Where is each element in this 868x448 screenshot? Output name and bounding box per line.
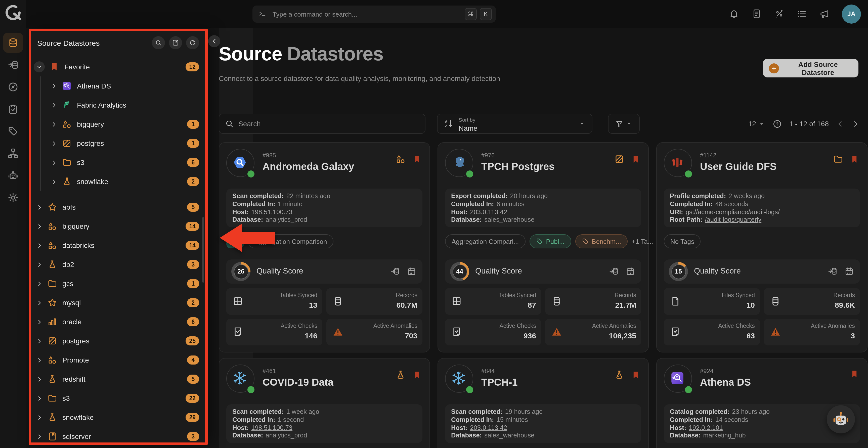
bookmark-icon[interactable] bbox=[631, 370, 640, 379]
sidebar-item-databricks[interactable]: databricks 14 bbox=[31, 236, 205, 255]
enrichment-icon[interactable] bbox=[828, 266, 837, 276]
next-page-button[interactable] bbox=[851, 120, 860, 128]
calendar-icon[interactable] bbox=[407, 266, 416, 276]
enrichment-icon[interactable] bbox=[609, 266, 619, 276]
chevron-right-icon[interactable] bbox=[36, 338, 43, 344]
tag-icon bbox=[7, 126, 19, 137]
host-link[interactable]: 203.0.113.42 bbox=[470, 424, 507, 431]
chevron-right-icon[interactable] bbox=[36, 395, 43, 402]
tree-bookmark-button[interactable] bbox=[169, 36, 182, 49]
chevron-right-icon[interactable] bbox=[36, 280, 43, 287]
sidebar-item-s3[interactable]: s3 22 bbox=[31, 389, 205, 408]
filter-dropdown[interactable] bbox=[608, 114, 640, 134]
sidebar-item-fabric-analytics[interactable]: Fabric Analytics bbox=[31, 96, 205, 115]
sidebar-item-bigquery[interactable]: bigquery 14 bbox=[31, 217, 205, 236]
rail-item-explore[interactable] bbox=[3, 77, 23, 97]
calendar-icon[interactable] bbox=[626, 266, 635, 276]
rail-item-settings[interactable] bbox=[3, 188, 23, 207]
chevron-right-icon[interactable] bbox=[36, 242, 43, 249]
chevron-right-icon[interactable] bbox=[51, 102, 57, 108]
bookmark-icon[interactable] bbox=[412, 370, 422, 379]
chevron-right-icon[interactable] bbox=[51, 159, 57, 166]
chevron-right-icon[interactable] bbox=[51, 83, 57, 89]
sidebar-item-s3-fav[interactable]: s3 6 bbox=[31, 153, 205, 172]
assistant-fab-button[interactable] bbox=[827, 405, 855, 434]
sidebar-item-gcs[interactable]: gcs 1 bbox=[31, 274, 205, 293]
no-tags-chip[interactable]: No Tags bbox=[664, 234, 701, 248]
sidebar-item-snowflake[interactable]: snowflake 29 bbox=[31, 408, 205, 427]
sidebar-item-bigquery-fav[interactable]: bigquery 1 bbox=[31, 115, 205, 134]
rail-item-assistant[interactable] bbox=[3, 165, 23, 186]
host-link[interactable]: 203.0.113.42 bbox=[470, 208, 507, 216]
datastore-id: #985 bbox=[262, 152, 276, 159]
prev-page-button[interactable] bbox=[836, 120, 844, 128]
chevron-right-icon[interactable] bbox=[36, 357, 43, 363]
sidebar-item-favorite[interactable]: Favorite 12 bbox=[31, 57, 205, 76]
rail-item-lineage[interactable] bbox=[3, 143, 23, 163]
chevron-right-icon[interactable] bbox=[36, 261, 43, 268]
sidebar-item-postgres[interactable]: postgres 25 bbox=[31, 331, 205, 350]
app-logo-icon[interactable] bbox=[4, 4, 22, 21]
tree-search-button[interactable] bbox=[152, 36, 165, 49]
datastore-card[interactable]: #461 COVID-19 Data Scan completed:1 week… bbox=[219, 358, 430, 448]
rail-item-enrichment[interactable] bbox=[3, 55, 23, 75]
more-tags[interactable]: +1 Ta... bbox=[632, 237, 653, 245]
team-badge[interactable]: B bbox=[226, 234, 244, 248]
datastore-card[interactable]: #976 TPCH Postgres Export completed:20 h… bbox=[437, 142, 649, 352]
sidebar-item-redshift[interactable]: redshift 5 bbox=[31, 370, 205, 389]
sidebar-item-snowflake-fav[interactable]: snowflake 2 bbox=[31, 172, 205, 191]
chevron-right-icon[interactable] bbox=[51, 140, 57, 147]
chevron-right-icon[interactable] bbox=[36, 299, 43, 306]
chevron-right-icon[interactable] bbox=[36, 376, 43, 382]
calendar-icon[interactable] bbox=[844, 266, 854, 276]
page-size-dropdown[interactable]: 12 bbox=[748, 120, 766, 128]
root-path-link[interactable]: /audit-logs/quarterly bbox=[705, 216, 762, 224]
datastore-card[interactable]: #985 Andromeda Galaxy Scan completed:22 … bbox=[219, 142, 430, 352]
chevron-down-icon[interactable] bbox=[34, 61, 45, 72]
host-link[interactable]: 192.0.2.101 bbox=[689, 424, 723, 431]
chevron-right-icon[interactable] bbox=[51, 121, 57, 127]
bookmark-icon[interactable] bbox=[850, 155, 859, 164]
help-icon[interactable]: ? bbox=[773, 119, 782, 128]
host-link[interactable]: 198.51.100.73 bbox=[251, 424, 292, 431]
tree-scrollbar[interactable] bbox=[202, 217, 204, 283]
datastore-card[interactable]: #924 Athena DS Catalog completed:23 hour… bbox=[656, 358, 868, 448]
chevron-right-icon[interactable] bbox=[36, 433, 43, 440]
chevron-right-icon[interactable] bbox=[36, 319, 43, 325]
sidebar-item-db2[interactable]: db2 3 bbox=[31, 255, 205, 274]
datastore-card[interactable]: #1142 User Guide DFS Profile completed:2… bbox=[656, 142, 868, 352]
sidebar-item-abfs[interactable]: abfs 5 bbox=[31, 198, 205, 217]
tag-chip-public[interactable]: Publ... bbox=[529, 234, 571, 248]
sidebar-item-mysql[interactable]: mysql 2 bbox=[31, 293, 205, 312]
sidebar-item-sqlserver[interactable]: sqlserver 3 bbox=[31, 427, 205, 443]
rail-item-checks[interactable] bbox=[3, 99, 23, 119]
tag-chip-benchmark[interactable]: Benchm... bbox=[575, 234, 628, 248]
datastore-id: #976 bbox=[481, 152, 495, 159]
chevron-right-icon[interactable] bbox=[36, 223, 43, 229]
tag-chip[interactable]: Aggregation Comparison bbox=[248, 234, 334, 248]
rail-item-tags[interactable] bbox=[3, 121, 23, 141]
bookmark-icon[interactable] bbox=[631, 155, 640, 164]
search-input[interactable] bbox=[219, 114, 425, 133]
sidebar-item-athena-ds[interactable]: Athena DS bbox=[31, 76, 205, 96]
enrichment-icon[interactable] bbox=[390, 266, 400, 276]
datastore-card[interactable]: #844 TPCH-1 Scan completed:19 hours ago … bbox=[437, 358, 649, 448]
quality-score-panel: 26 Quality Score bbox=[226, 259, 423, 284]
bookmark-icon[interactable] bbox=[850, 370, 859, 379]
chevron-right-icon[interactable] bbox=[36, 414, 43, 421]
sidebar-item-oracle[interactable]: oracle 6 bbox=[31, 312, 205, 331]
uri-link[interactable]: gs://acme-compliance/audit-logs/ bbox=[686, 208, 780, 216]
tree-refresh-button[interactable] bbox=[186, 36, 199, 49]
chevron-right-icon[interactable] bbox=[51, 178, 57, 185]
sidebar-item-postgres-fav[interactable]: postgres 1 bbox=[31, 134, 205, 153]
rail-item-datastores[interactable] bbox=[3, 33, 23, 53]
sitemap-icon bbox=[7, 148, 19, 159]
bookmark-icon[interactable] bbox=[412, 155, 422, 164]
add-source-datastore-button[interactable]: Add Source Datastore bbox=[763, 59, 859, 77]
sidebar-collapse-button[interactable] bbox=[208, 35, 220, 47]
sort-dropdown[interactable]: AZ Sort by Name bbox=[437, 114, 592, 134]
chevron-right-icon[interactable] bbox=[36, 204, 43, 211]
sidebar-item-promote[interactable]: Promote 4 bbox=[31, 350, 205, 370]
tag-chip[interactable]: Aggregation Compari... bbox=[445, 234, 525, 248]
host-link[interactable]: 198.51.100.73 bbox=[251, 208, 292, 216]
